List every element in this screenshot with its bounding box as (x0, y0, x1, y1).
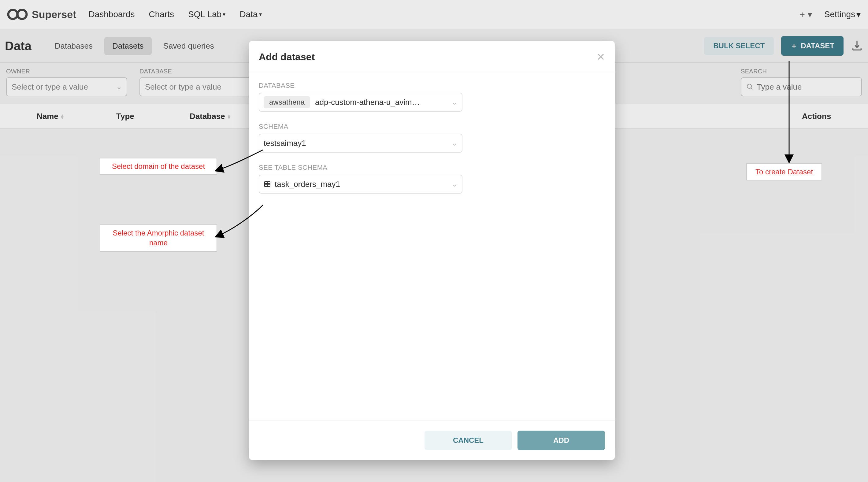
cancel-button[interactable]: CANCEL (425, 430, 512, 450)
modal-body: DATABASE awsathena adp-custom-athena-u_a… (249, 73, 615, 420)
modal-database-label: DATABASE (259, 82, 605, 90)
annotation-select-domain: Select domain of the dataset (100, 158, 217, 175)
chevron-down-icon: ⌄ (452, 139, 458, 148)
chevron-down-icon: ⌄ (452, 98, 458, 106)
modal-schema-label: SCHEMA (259, 123, 605, 131)
modal-schema-select[interactable]: testsaimay1 ⌄ (259, 134, 462, 153)
db-value: adp-custom-athena-u_avim… (315, 98, 420, 107)
schema-value: testsaimay1 (264, 138, 306, 148)
annotation-select-amorphic: Select the Amorphic dataset name (100, 224, 217, 252)
close-icon: ✕ (596, 51, 605, 63)
db-engine-tag: awsathena (264, 96, 310, 108)
chevron-down-icon: ⌄ (452, 180, 458, 188)
modal-title: Add dataset (259, 52, 315, 63)
modal-table-select[interactable]: task_orders_may1 ⌄ (259, 174, 462, 194)
modal-footer: CANCEL ADD (249, 420, 615, 460)
modal-header: Add dataset ✕ (249, 41, 615, 73)
modal-database-select[interactable]: awsathena adp-custom-athena-u_avim… ⌄ (259, 93, 462, 111)
add-dataset-modal: Add dataset ✕ DATABASE awsathena adp-cus… (249, 41, 615, 460)
modal-table-schema-label: SEE TABLE SCHEMA (259, 164, 605, 171)
add-button[interactable]: ADD (518, 430, 605, 450)
close-button[interactable]: ✕ (596, 51, 605, 63)
annotation-create-dataset: To create Dataset (746, 163, 822, 181)
table-icon (264, 181, 271, 188)
table-value: task_orders_may1 (275, 180, 340, 189)
